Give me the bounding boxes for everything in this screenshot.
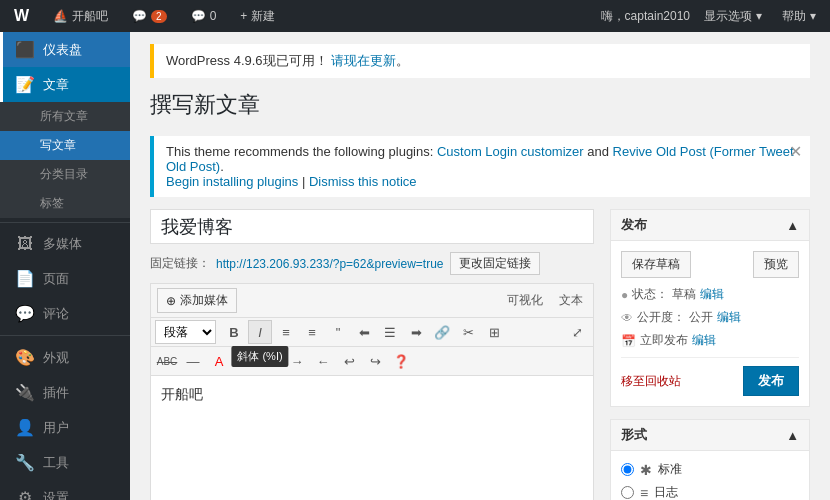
format-option-aside: ≡ 日志	[621, 484, 799, 500]
format-aside-icon: ≡	[640, 485, 648, 501]
display-options-label: 显示选项	[704, 8, 752, 25]
sidebar-item-new-post[interactable]: 写文章	[0, 131, 130, 160]
permalink-url[interactable]: http://123.206.93.233/?p=62&preview=true	[216, 257, 444, 271]
status-row: ● 状态： 草稿 编辑	[621, 286, 799, 303]
sidebar-item-comments[interactable]: 💬 评论	[0, 296, 130, 331]
sidebar-item-settings[interactable]: ⚙ 设置	[0, 480, 130, 500]
redo-button[interactable]: ↪	[363, 349, 387, 373]
notice-dismiss-button[interactable]: ✕	[789, 144, 802, 160]
post-title-input[interactable]	[150, 209, 594, 244]
plugin-notice-text: This theme recommends the following plug…	[166, 144, 437, 159]
pending-button[interactable]: 💬 0	[185, 0, 223, 32]
dismiss-notice-link[interactable]: Dismiss this notice	[309, 174, 417, 189]
editor-toolbar: ⊕ 添加媒体 可视化 文本	[150, 283, 594, 317]
visibility-row: 👁 公开度： 公开 编辑	[621, 309, 799, 326]
tab-visual[interactable]: 可视化	[503, 290, 547, 311]
begin-installing-link[interactable]: Begin installing plugins	[166, 174, 298, 189]
new-content-label: + 新建	[240, 8, 274, 25]
change-permalink-button[interactable]: 更改固定链接	[450, 252, 540, 275]
sidebar-item-pages-label: 页面	[43, 270, 69, 288]
outdent-button[interactable]: ←	[311, 349, 335, 373]
bold-button[interactable]: B	[222, 320, 246, 344]
permalink-row: 固定链接： http://123.206.93.233/?p=62&previe…	[150, 252, 594, 275]
sidebar-item-tools[interactable]: 🔧 工具	[0, 445, 130, 480]
menu-separator-2	[0, 335, 130, 336]
content-area: WordPress 4.9.6现已可用！ 请现在更新。 撰写新文章 This t…	[130, 32, 830, 500]
insert-read-more-button[interactable]: ✂	[456, 320, 480, 344]
preview-button[interactable]: 预览	[753, 251, 799, 278]
plugin-period: .	[220, 159, 224, 174]
sidebar-item-appearance[interactable]: 🎨 外观	[0, 340, 130, 375]
align-left-button[interactable]: ⬅	[352, 320, 376, 344]
sidebar-item-dashboard[interactable]: ⬛ 仪表盘	[0, 32, 130, 67]
add-media-icon: ⊕	[166, 294, 176, 308]
sidebar-item-users[interactable]: 👤 用户	[0, 410, 130, 445]
visibility-edit-link[interactable]: 编辑	[717, 309, 741, 326]
ordered-list-button[interactable]: ≡	[300, 320, 324, 344]
display-options-chevron-icon: ▾	[756, 9, 762, 23]
toolbar-toggle-button[interactable]: ⊞	[482, 320, 506, 344]
sidebar-item-all-posts[interactable]: 所有文章	[0, 102, 130, 131]
editor-content[interactable]: 开船吧	[150, 375, 594, 500]
site-name-icon: ⛵	[53, 9, 68, 23]
sidebar-item-plugins[interactable]: 🔌 插件	[0, 375, 130, 410]
strikethrough-button[interactable]: ABC	[155, 349, 179, 373]
update-now-link[interactable]: 请现在更新	[331, 53, 396, 68]
status-label: 状态：	[632, 286, 668, 303]
format-radio-standard[interactable]	[621, 463, 634, 476]
plugin-link-1[interactable]: Custom Login customizer	[437, 144, 584, 159]
status-edit-link[interactable]: 编辑	[700, 286, 724, 303]
comments-button[interactable]: 💬 2	[126, 0, 173, 32]
italic-button[interactable]: I	[248, 320, 272, 344]
tab-text[interactable]: 文本	[555, 290, 587, 311]
help-button[interactable]: 帮助 ▾	[776, 0, 822, 32]
sidebar-item-pages[interactable]: 📄 页面	[0, 261, 130, 296]
sidebar-item-media-label: 多媒体	[43, 235, 82, 253]
plugins-icon: 🔌	[15, 383, 35, 402]
sidebar-item-categories[interactable]: 分类目录	[0, 160, 130, 189]
publish-button[interactable]: 发布	[743, 366, 799, 396]
unordered-list-button[interactable]: ≡	[274, 320, 298, 344]
update-notice: WordPress 4.9.6现已可用！ 请现在更新。	[150, 44, 810, 78]
trash-link[interactable]: 移至回收站	[621, 373, 681, 390]
schedule-edit-link[interactable]: 编辑	[692, 332, 716, 349]
add-media-button[interactable]: ⊕ 添加媒体	[157, 288, 237, 313]
paragraph-format-select[interactable]: 段落 标题1 标题2 标题3	[155, 320, 216, 344]
format-panel-collapse-icon: ▲	[786, 428, 799, 443]
format-option-standard: ✱ 标准	[621, 461, 799, 478]
dashboard-icon: ⬛	[15, 40, 35, 59]
plugin-notice: This theme recommends the following plug…	[150, 136, 810, 197]
tools-icon: 🔧	[15, 453, 35, 472]
publish-panel-collapse-icon: ▲	[786, 218, 799, 233]
new-content-button[interactable]: + 新建	[234, 0, 280, 32]
publish-panel-header[interactable]: 发布 ▲	[611, 210, 809, 241]
save-draft-button[interactable]: 保存草稿	[621, 251, 691, 278]
indent-button[interactable]: →	[285, 349, 309, 373]
sidebar-item-posts[interactable]: 📝 文章	[0, 67, 130, 102]
editor-main: 固定链接： http://123.206.93.233/?p=62&previe…	[150, 209, 594, 500]
format-panel-header[interactable]: 形式 ▲	[611, 420, 809, 451]
display-options-button[interactable]: 显示选项 ▾	[698, 0, 768, 32]
sidebar-item-comments-label: 评论	[43, 305, 69, 323]
sidebar-item-media[interactable]: 🖼 多媒体	[0, 227, 130, 261]
align-center-button[interactable]: ☰	[378, 320, 402, 344]
insert-link-button[interactable]: 🔗	[430, 320, 454, 344]
site-name-button[interactable]: ⛵ 开船吧	[47, 0, 114, 32]
add-media-label: 添加媒体	[180, 292, 228, 309]
font-color-button[interactable]: A	[207, 349, 231, 373]
fullscreen-button[interactable]: ⤢	[565, 320, 589, 344]
horizontal-rule-button[interactable]: —	[181, 349, 205, 373]
help-button[interactable]: ❓	[389, 349, 413, 373]
undo-button[interactable]: ↩	[337, 349, 361, 373]
permalink-label: 固定链接：	[150, 255, 210, 272]
pending-icon: 💬	[191, 9, 206, 23]
format-standard-label: 标准	[658, 461, 682, 478]
posts-icon: 📝	[15, 75, 35, 94]
posts-submenu: 所有文章 写文章 分类目录 标签	[0, 102, 130, 218]
format-radio-aside[interactable]	[621, 486, 634, 499]
italic-tooltip-box: 斜体 (%I)	[231, 346, 288, 367]
align-right-button[interactable]: ➡	[404, 320, 428, 344]
wp-logo-button[interactable]: W	[8, 0, 35, 32]
sidebar-item-tags[interactable]: 标签	[0, 189, 130, 218]
blockquote-button[interactable]: "	[326, 320, 350, 344]
